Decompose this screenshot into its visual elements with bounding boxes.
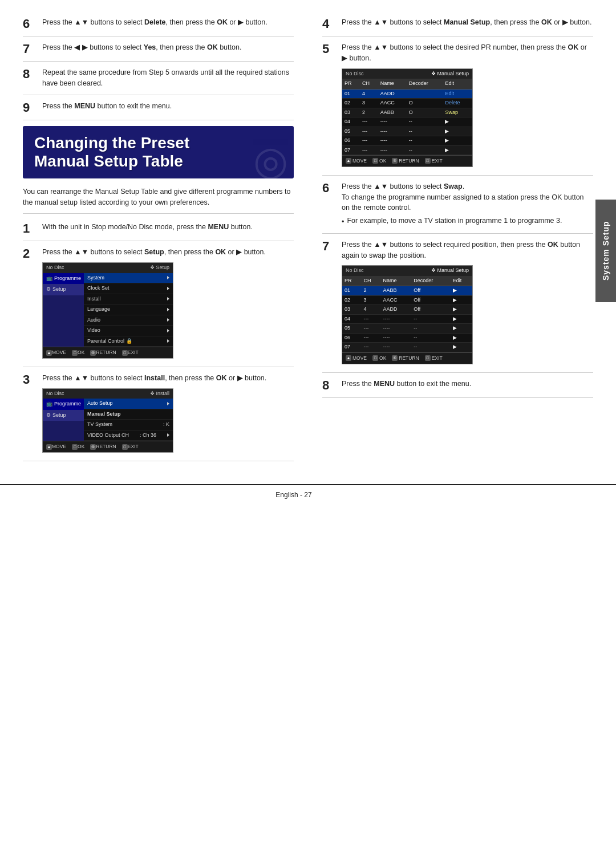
table-row: 06 --- ---- -- ▶ — [342, 136, 472, 146]
step-num-6p: 6 — [23, 18, 38, 30]
step-num-2: 2 — [23, 247, 38, 260]
watermark: ◎ — [253, 137, 288, 178]
table-row: 05 --- ---- -- ▶ — [342, 324, 472, 334]
tv-hdr-top: No Disc ❖ Manual Setup — [342, 69, 472, 79]
step-num-1: 1 — [23, 222, 38, 235]
arrow-parental — [167, 339, 169, 343]
step-content-4: Press the ▲▼ buttons to select Manual Se… — [342, 17, 593, 28]
step-num-4: 4 — [322, 18, 337, 30]
table-row: 02 3 AACC Off ▶ — [342, 295, 472, 305]
step-num-9p: 9 — [23, 101, 38, 114]
setup-footer: ▲MOVE □OK ⑤RETURN □EXIT — [43, 347, 173, 358]
setup-screen: No Disc ❖ Setup 📺 Programme ⚙ — [42, 262, 173, 359]
section-banner: Changing the Preset Manual Setup Table ◎ — [23, 126, 294, 178]
arrow-auto — [167, 402, 169, 405]
main-columns: 6 Press the ▲▼ buttons to select Delete,… — [0, 17, 616, 467]
table-header-row-b: PR CH Name Decoder Edit — [342, 276, 472, 286]
step-5: 5 Press the ▲▼ buttons to select the des… — [322, 42, 593, 176]
step-content-1: With the unit in Stop mode/No Disc mode,… — [42, 222, 294, 233]
step-7: 7 Press the ▲▼ buttons to select require… — [322, 239, 593, 373]
step-num-3: 3 — [23, 373, 38, 386]
manual-table-top: PR CH Name Decoder Edit 01 4 — [342, 79, 472, 155]
step-content-2: Press the ▲▼ buttons to select Setup, th… — [42, 247, 294, 361]
tv2-ok-btn: □OK — [372, 355, 386, 362]
tv-hdr-top-right: ❖ Manual Setup — [431, 70, 469, 78]
install-item-manual: Manual Setup — [84, 409, 173, 420]
step-2: 2 Press the ▲▼ buttons to select Setup, … — [23, 247, 294, 367]
arrow-system — [167, 276, 169, 279]
table-row: 07 --- ---- -- ▶ — [342, 343, 472, 352]
install-screen: No Disc ❖ Install 📺 Programme ⚙ — [42, 388, 173, 453]
step-6-prev: 6 Press the ▲▼ buttons to select Delete,… — [23, 17, 294, 36]
programme-icon: 📺 — [46, 275, 52, 283]
tv-hdr-bot-right: ❖ Manual Setup — [431, 267, 469, 275]
tv-move-btn: ▲MOVE — [346, 157, 367, 165]
exit-btn: □EXIT — [122, 349, 139, 356]
step-1: 1 With the unit in Stop mode/No Disc mod… — [23, 222, 294, 241]
table-row: 07 --- ---- -- ▶ — [342, 145, 472, 155]
setup-hdr-left: No Disc — [46, 264, 64, 272]
arrow-install — [167, 297, 169, 300]
install-move-btn: ▲MOVE — [46, 443, 66, 450]
setup-item-video: Video — [84, 326, 173, 336]
install-sidebar: 📺 Programme ⚙ Setup — [43, 399, 84, 441]
table-row: 03 4 AADD Off ▶ — [342, 305, 472, 315]
table-row: 06 --- ---- -- ▶ — [342, 333, 472, 343]
tv-ok-btn: □OK — [372, 157, 386, 165]
col-decoder-b: Decoder — [411, 276, 450, 286]
tv-footer-top: ▲MOVE □OK ⑤RETURN □EXIT — [342, 155, 472, 166]
setup-label: Setup — [52, 286, 66, 294]
page-number: 27 — [304, 491, 311, 499]
table-row: 05 --- ---- -- ▶ — [342, 127, 472, 136]
install-item-tvsystem: TV System : K — [84, 420, 173, 430]
col-decoder: Decoder — [407, 79, 443, 89]
step-num-8p: 8 — [23, 68, 38, 80]
setup-item-install: Install — [84, 294, 173, 305]
setup-item-audio: Audio — [84, 315, 173, 326]
step-7-prev: 7 Press the ◀ ▶ buttons to select Yes, t… — [23, 42, 294, 62]
left-column: 6 Press the ▲▼ buttons to select Delete,… — [23, 17, 299, 467]
install-prog-label: Programme — [54, 400, 81, 408]
col-ch-b: CH — [361, 276, 380, 286]
col-name-b: Name — [381, 276, 412, 286]
arrow-audio — [167, 318, 169, 322]
bullet-text-1: For example, to move a TV station in pro… — [347, 216, 562, 228]
install-main: Auto Setup Manual Setup TV System : K — [84, 399, 173, 441]
col-ch: CH — [360, 79, 378, 89]
sidebar-setup: ⚙ Setup — [43, 284, 84, 295]
install-hdr-left: No Disc — [46, 390, 64, 398]
install-menu: 📺 Programme ⚙ Setup Auto Setu — [43, 399, 173, 441]
table-header-row: PR CH Name Decoder Edit — [342, 79, 472, 89]
step-num-7p: 7 — [23, 43, 38, 55]
step-content-5: Press the ▲▼ buttons to select the desir… — [342, 42, 593, 169]
install-setup-label: Setup — [52, 412, 66, 420]
tv-hdr-bot-left: No Disc — [346, 267, 364, 275]
tv2-return-btn: ⑤RETURN — [392, 355, 419, 362]
arrow-video-out — [167, 433, 169, 437]
tv-return-btn: ⑤RETURN — [392, 157, 419, 165]
side-tab: System Setup — [595, 200, 616, 302]
setup-hdr-right: ❖ Setup — [150, 264, 169, 272]
table-row: 04 --- ---- -- ▶ — [342, 314, 472, 324]
install-ok-btn: □OK — [72, 443, 84, 450]
step-4: 4 Press the ▲▼ buttons to select Manual … — [322, 17, 593, 36]
install-setup-icon: ⚙ — [46, 412, 51, 420]
manual-setup-bottom-screen: No Disc ❖ Manual Setup PR CH Name Decode… — [342, 265, 473, 364]
step-content-6: Press the ▲▼ buttons to select Swap. To … — [342, 181, 593, 228]
step-content-3: Press the ▲▼ buttons to select Install, … — [42, 373, 294, 455]
setup-item-parental: Parental Control 🔒 — [84, 336, 173, 347]
setup-item-language: Language — [84, 304, 173, 315]
col-edit-b: Edit — [451, 276, 472, 286]
setup-item-system: System — [84, 273, 173, 284]
step-content-8: Press the MENU button to exit the menu. — [342, 379, 593, 389]
right-column: 4 Press the ▲▼ buttons to select Manual … — [317, 17, 593, 467]
tv2-exit-btn: □EXIT — [425, 355, 443, 362]
arrow-video — [167, 329, 169, 332]
step-content-7: Press the ▲▼ buttons to select required … — [342, 239, 593, 367]
install-footer: ▲MOVE □OK ⑤RETURN □EXIT — [43, 441, 173, 452]
install-return-btn: ⑤RETURN — [90, 443, 116, 450]
step-content-8p: Repeat the same procedure from Step 5 on… — [42, 67, 294, 89]
step-num-7: 7 — [322, 240, 337, 253]
table-row: 03 2 AABB O Swap — [342, 108, 472, 117]
step-8-prev: 8 Repeat the same procedure from Step 5 … — [23, 67, 294, 95]
